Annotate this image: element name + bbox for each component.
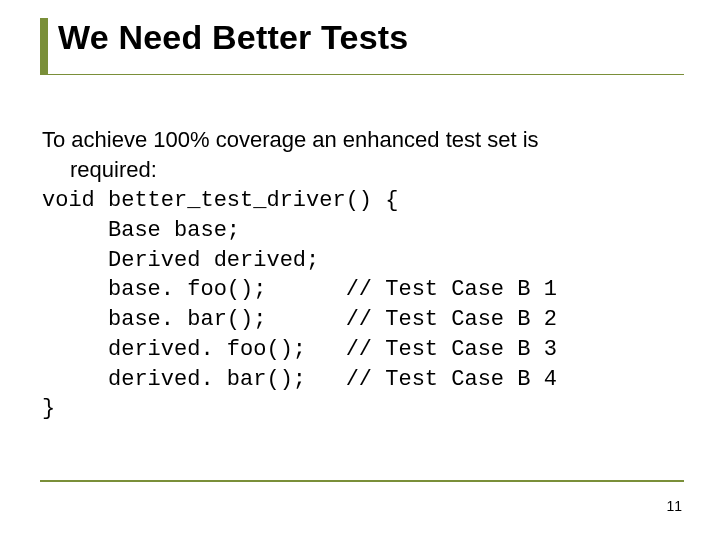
- slide-body: To achieve 100% coverage an enhanced tes…: [42, 125, 670, 424]
- intro-text: To achieve 100% coverage an enhanced tes…: [42, 125, 670, 184]
- page-number: 11: [666, 498, 682, 514]
- title-underline: [40, 74, 684, 75]
- code-block: void better_test_driver() { Base base; D…: [42, 186, 670, 424]
- title-accent-bar: [40, 18, 48, 74]
- intro-line-1: To achieve 100% coverage an enhanced tes…: [42, 125, 670, 155]
- footer-rule: [40, 480, 684, 482]
- slide-title: We Need Better Tests: [58, 18, 408, 57]
- intro-line-2: required:: [42, 155, 670, 185]
